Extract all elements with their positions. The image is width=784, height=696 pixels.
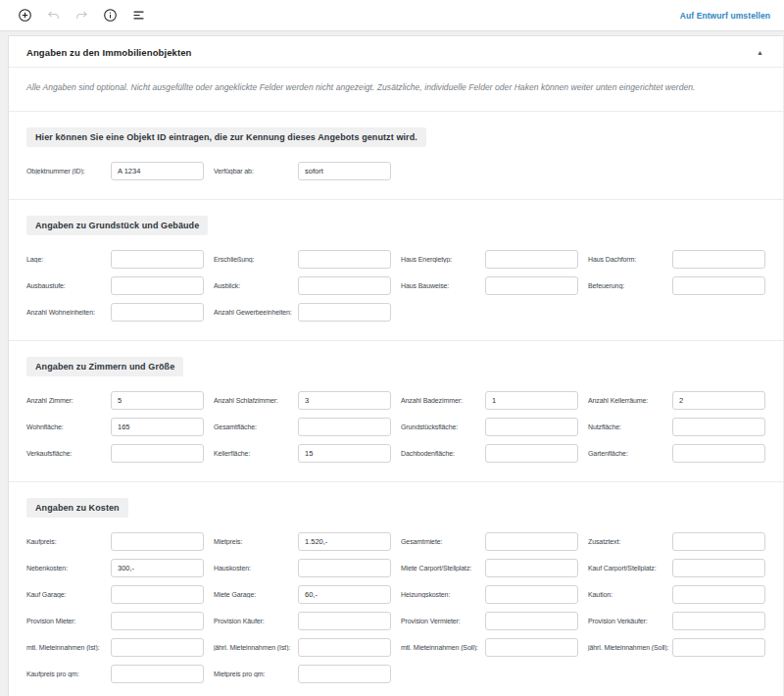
mietpreis-label: Mietpreis: [214, 538, 298, 545]
field-row: Provision Mieter:Provision Käufer:Provis… [26, 612, 765, 630]
panel-note: Alle Angaben sind optional. Nicht ausgef… [9, 68, 783, 112]
details-button[interactable] [99, 5, 121, 26]
field-cell: mtl. Mieteinnahmen (Ist): [26, 638, 204, 657]
gesamtflaeche-input[interactable] [298, 418, 391, 436]
ausbaustufe-input[interactable] [111, 276, 204, 295]
kauf-garage-input[interactable] [111, 585, 204, 604]
form-section-hier-koennen-sie-eine: Hier können Sie eine Objekt ID eintragen… [9, 112, 783, 200]
anzahl-badezimmer-input[interactable] [485, 391, 578, 410]
haus-dachform-input[interactable] [672, 250, 765, 269]
provision-vermieter-label: Provision Vermieter: [401, 618, 485, 624]
verfuegbar-ab-input[interactable] [298, 162, 391, 180]
add-block-button[interactable] [14, 5, 35, 26]
redo-button[interactable] [71, 5, 92, 26]
field-cell: Anzahl Zimmer: [26, 391, 204, 410]
field-cell: Anzahl Kellerräume: [588, 391, 765, 410]
haus-energietyp-input[interactable] [485, 250, 578, 269]
provision-vermieter-input[interactable] [485, 612, 578, 630]
optional-fields-note: Alle Angaben sind optional. Nicht ausgef… [26, 82, 695, 92]
provision-verkaeufer-input[interactable] [672, 612, 765, 630]
section-heading: Hier können Sie eine Objekt ID eintragen… [26, 127, 426, 147]
field-row: Kaufpreis pro qm:Mietpreis pro qm: [26, 665, 765, 683]
objektnummer-id-label: Objektnummer (ID): [26, 168, 111, 174]
dachbodenflaeche-input[interactable] [485, 444, 578, 463]
field-row: Verkaufsfläche:Kellerfläche:Dachbodenflä… [26, 444, 765, 463]
field-cell: Gartenfläche: [588, 444, 765, 463]
mietpreis-input[interactable] [298, 532, 391, 551]
anzahl-schlafzimmer-input[interactable] [298, 391, 391, 410]
objektnummer-id-input[interactable] [111, 162, 204, 180]
provision-kaeufer-input[interactable] [298, 612, 391, 630]
empty-cell [401, 665, 578, 683]
field-cell: Verfügbar ab: [214, 162, 391, 180]
erschliessung-input[interactable] [298, 250, 391, 269]
section-heading: Angaben zu Grundstück und Gebäude [26, 216, 208, 235]
lage-input[interactable] [111, 250, 204, 269]
anzahl-schlafzimmer-label: Anzahl Schlafzimmer: [214, 397, 298, 404]
gartenflaeche-input[interactable] [672, 444, 765, 463]
jaehrl-mieteinnahmen-ist-input[interactable] [298, 638, 391, 657]
haus-energietyp-label: Haus Energietyp: [401, 256, 485, 263]
field-cell: Ausbaustufe: [26, 276, 204, 295]
empty-cell [401, 303, 578, 322]
field-cell: jährl. Mieteinnahmen (Ist): [214, 638, 391, 657]
mtl-mieteinnahmen-soll-input[interactable] [485, 638, 578, 657]
field-cell: jährl. Mieteinnahmen (Soll): [588, 638, 765, 657]
collapse-panel-icon[interactable]: ▲ [755, 47, 765, 58]
mietpreis-pro-qm-input[interactable] [298, 665, 391, 683]
section-heading: Angaben zu Zimmern und Größe [26, 357, 183, 376]
anzahl-kellerraeume-input[interactable] [672, 391, 765, 410]
gesamtmiete-input[interactable] [485, 532, 578, 551]
zusatztext-input[interactable] [672, 532, 765, 551]
field-cell: Hauskosten: [214, 559, 391, 577]
kauf-carport-stellplatz-input[interactable] [672, 559, 765, 577]
jaehrl-mieteinnahmen-soll-input[interactable] [672, 638, 765, 657]
field-cell: Haus Dachform: [588, 250, 765, 269]
kaufpreis-input[interactable] [111, 532, 204, 551]
field-cell: Kaufpreis: [26, 532, 204, 551]
list-view-button[interactable] [127, 5, 149, 26]
anzahl-wohneinheiten-input[interactable] [111, 303, 204, 322]
anzahl-gewerbeeinheiten-input[interactable] [298, 303, 391, 322]
field-row: Wohnfläche:Gesamtfläche:Grundstücksfläch… [26, 418, 765, 436]
provision-mieter-input[interactable] [111, 612, 204, 630]
plus-circle-icon [17, 7, 33, 24]
heizungskosten-input[interactable] [485, 585, 578, 604]
anzahl-zimmer-label: Anzahl Zimmer: [26, 397, 111, 404]
verkaufsflaeche-input[interactable] [111, 444, 204, 463]
kellerflaeche-input[interactable] [298, 444, 391, 463]
field-cell: Miete Carport/Stellplatz: [401, 559, 578, 577]
kaution-input[interactable] [672, 585, 765, 604]
field-cell: Kaution: [588, 585, 765, 604]
field-cell: Lage: [26, 250, 204, 269]
anzahl-zimmer-input[interactable] [111, 391, 204, 410]
mtl-mieteinnahmen-ist-input[interactable] [111, 638, 204, 657]
field-cell: Grundstücksfläche: [401, 418, 578, 436]
kaufpreis-pro-qm-label: Kaufpreis pro qm: [26, 671, 111, 677]
field-cell: Ausblick: [214, 276, 391, 295]
kaufpreis-pro-qm-input[interactable] [111, 665, 204, 683]
field-cell: Kauf Carport/Stellplatz: [588, 559, 765, 577]
nebenkosten-input[interactable] [111, 559, 204, 577]
wohnflaeche-input[interactable] [111, 418, 204, 436]
switch-to-draft-link[interactable]: Auf Entwurf umstellen [680, 11, 770, 21]
undo-button[interactable] [42, 5, 64, 26]
hauskosten-input[interactable] [298, 559, 391, 577]
kaution-label: Kaution: [588, 591, 672, 598]
kaufpreis-label: Kaufpreis: [26, 538, 111, 545]
field-cell: Miete Garage: [214, 585, 391, 604]
miete-carport-stellplatz-input[interactable] [485, 559, 578, 577]
haus-dachform-label: Haus Dachform: [588, 256, 672, 263]
field-cell: Haus Energietyp: [401, 250, 578, 269]
field-row: mtl. Mieteinnahmen (Ist):jährl. Mieteinn… [26, 638, 765, 657]
empty-cell [401, 162, 578, 180]
field-cell: Provision Vermieter: [401, 612, 578, 630]
nutzflaeche-input[interactable] [672, 418, 765, 436]
haus-bauweise-input[interactable] [485, 276, 578, 295]
kellerflaeche-label: Kellerfläche: [214, 450, 298, 457]
field-cell: Zusatztext: [588, 532, 765, 551]
ausblick-input[interactable] [298, 276, 391, 295]
befeuerung-input[interactable] [672, 276, 765, 295]
grundstuecksflaeche-input[interactable] [485, 418, 578, 436]
miete-garage-input[interactable] [298, 585, 391, 604]
